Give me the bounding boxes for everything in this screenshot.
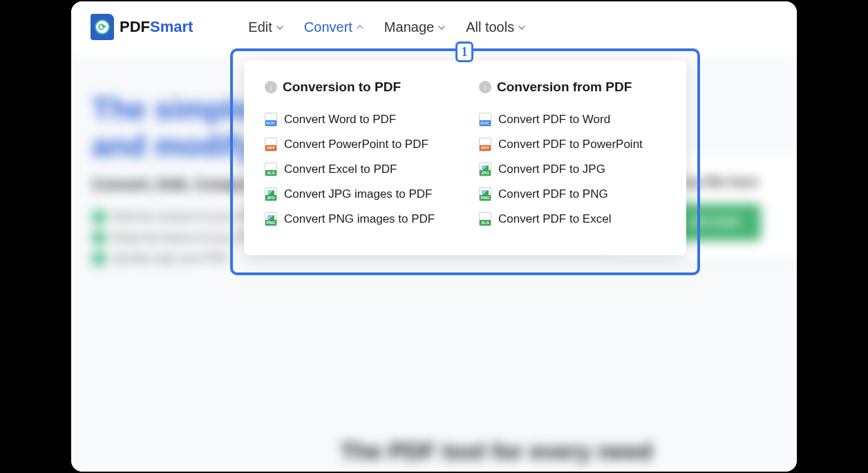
chevron-up-icon — [357, 25, 364, 32]
dropdown-item-label: Convert PDF to JPG — [498, 163, 605, 176]
ppt-file-icon: PPT — [265, 138, 277, 151]
dropdown-item-png-to-pdf[interactable]: PNG Convert PNG images to PDF — [265, 207, 451, 232]
ppt-file-icon: PPT — [479, 138, 491, 151]
dropdown-item-pdf-to-ppt[interactable]: PPT Convert PDF to PowerPoint — [479, 132, 666, 157]
dropdown-item-label: Convert Excel to PDF — [284, 163, 397, 176]
chevron-down-icon — [438, 23, 445, 30]
arrow-up-circle-icon: ↑ — [479, 81, 491, 93]
nav-manage-label: Manage — [384, 19, 434, 35]
dropdown-item-pdf-to-jpg[interactable]: JPG Convert PDF to JPG — [479, 157, 666, 182]
nav-convert[interactable]: Convert — [304, 19, 364, 35]
nav-manage[interactable]: Manage — [384, 19, 445, 35]
dropdown-item-pdf-to-word[interactable]: DOC Convert PDF to Word — [479, 107, 666, 132]
nav-all-tools[interactable]: All tools — [466, 19, 525, 35]
chevron-down-icon — [276, 23, 283, 30]
dropdown-heading-label: Conversion to PDF — [283, 80, 401, 95]
check-icon: ✓ — [92, 210, 106, 224]
xls-file-icon: XLS — [265, 163, 277, 176]
doc-file-icon: DOC — [479, 113, 491, 127]
main-nav: Edit Convert Manage All tools — [248, 19, 525, 35]
jpg-file-icon: JPG — [479, 163, 491, 176]
nav-edit-label: Edit — [248, 19, 272, 35]
dropdown-item-pdf-to-png[interactable]: PNG Convert PDF to PNG — [479, 182, 666, 207]
logo[interactable]: PDFSmart — [91, 14, 193, 40]
header: PDFSmart Edit Convert Manage All tools — [71, 1, 797, 53]
dropdown-item-label: Convert JPG images to PDF — [284, 187, 432, 201]
dropdown-heading-from-pdf: ↑ Conversion from PDF — [479, 80, 666, 95]
nav-convert-label: Convert — [304, 19, 352, 35]
dropdown-item-ppt-to-pdf[interactable]: PPT Convert PowerPoint to PDF — [265, 132, 451, 157]
dropdown-item-label: Convert PDF to Word — [498, 113, 610, 127]
arrow-down-circle-icon: ↓ — [265, 81, 277, 93]
dropdown-item-pdf-to-excel[interactable]: XLS Convert PDF to Excel — [479, 207, 666, 232]
dropdown-item-jpg-to-pdf[interactable]: JPG Convert JPG images to PDF — [265, 182, 451, 207]
dropdown-item-label: Convert PNG images to PDF — [284, 212, 435, 226]
xls-file-icon: XLS — [479, 212, 491, 226]
nav-all-tools-label: All tools — [466, 19, 514, 35]
dropdown-item-label: Convert Word to PDF — [284, 113, 396, 127]
check-icon: ✓ — [92, 231, 106, 245]
dropdown-item-label: Convert PowerPoint to PDF — [284, 138, 428, 151]
dropdown-heading-to-pdf: ↓ Conversion to PDF — [265, 80, 451, 95]
section-heading: The PDF tool for every need — [341, 438, 653, 465]
app-window: PDFSmart Edit Convert Manage All tools — [71, 1, 797, 472]
check-icon: ✓ — [92, 252, 106, 266]
dropdown-heading-label: Conversion from PDF — [497, 80, 632, 95]
png-file-icon: PNG — [479, 187, 491, 201]
png-file-icon: PNG — [265, 212, 277, 226]
dropdown-item-word-to-pdf[interactable]: DOC Convert Word to PDF — [265, 107, 451, 132]
dropdown-item-label: Convert PDF to PNG — [498, 187, 608, 201]
logo-text: PDFSmart — [120, 18, 193, 36]
dropdown-col-to-pdf: ↓ Conversion to PDF DOC Convert Word to … — [265, 80, 451, 232]
nav-edit[interactable]: Edit — [248, 19, 283, 35]
doc-file-icon: DOC — [265, 113, 277, 127]
dropdown-item-excel-to-pdf[interactable]: XLS Convert Excel to PDF — [265, 157, 451, 182]
dropdown-col-from-pdf: ↑ Conversion from PDF DOC Convert PDF to… — [479, 80, 666, 232]
chevron-down-icon — [518, 23, 525, 30]
dropdown-item-label: Convert PDF to PowerPoint — [498, 138, 643, 151]
dropdown-item-label: Convert PDF to Excel — [498, 212, 611, 226]
convert-dropdown: ↓ Conversion to PDF DOC Convert Word to … — [244, 60, 686, 255]
jpg-file-icon: JPG — [265, 187, 277, 201]
logo-icon — [91, 14, 114, 40]
